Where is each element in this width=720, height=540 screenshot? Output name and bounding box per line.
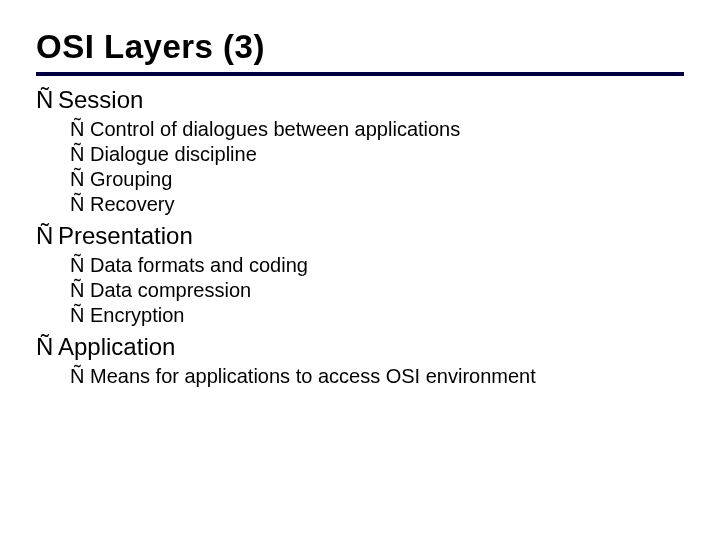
bullet-icon: Ñ xyxy=(36,333,58,361)
bullet-icon: Ñ xyxy=(70,254,90,277)
list-item: ÑData compression xyxy=(70,279,684,302)
bullet-icon: Ñ xyxy=(36,86,58,114)
list-item: ÑMeans for applications to access OSI en… xyxy=(70,365,684,388)
bullet-icon: Ñ xyxy=(70,304,90,327)
bullet-icon: Ñ xyxy=(70,168,90,191)
list-item: ÑEncryption xyxy=(70,304,684,327)
section-heading: ÑPresentation xyxy=(36,222,684,250)
item-text: Recovery xyxy=(90,193,174,215)
slide-title: OSI Layers (3) xyxy=(36,28,684,66)
section-heading: ÑApplication xyxy=(36,333,684,361)
list-item: ÑDialogue discipline xyxy=(70,143,684,166)
bullet-icon: Ñ xyxy=(36,222,58,250)
heading-text: Presentation xyxy=(58,222,193,249)
item-text: Grouping xyxy=(90,168,172,190)
section-heading: ÑSession xyxy=(36,86,684,114)
bullet-icon: Ñ xyxy=(70,118,90,141)
bullet-icon: Ñ xyxy=(70,279,90,302)
item-text: Control of dialogues between application… xyxy=(90,118,460,140)
bullet-icon: Ñ xyxy=(70,193,90,216)
list-item: ÑData formats and coding xyxy=(70,254,684,277)
item-text: Data compression xyxy=(90,279,251,301)
item-text: Dialogue discipline xyxy=(90,143,257,165)
title-rule xyxy=(36,72,684,76)
list-item: ÑRecovery xyxy=(70,193,684,216)
bullet-icon: Ñ xyxy=(70,365,90,388)
list-item: ÑGrouping xyxy=(70,168,684,191)
heading-text: Session xyxy=(58,86,143,113)
item-text: Means for applications to access OSI env… xyxy=(90,365,536,387)
item-text: Data formats and coding xyxy=(90,254,308,276)
item-text: Encryption xyxy=(90,304,185,326)
heading-text: Application xyxy=(58,333,175,360)
list-item: ÑControl of dialogues between applicatio… xyxy=(70,118,684,141)
bullet-icon: Ñ xyxy=(70,143,90,166)
slide: OSI Layers (3) ÑSession ÑControl of dial… xyxy=(0,0,720,410)
